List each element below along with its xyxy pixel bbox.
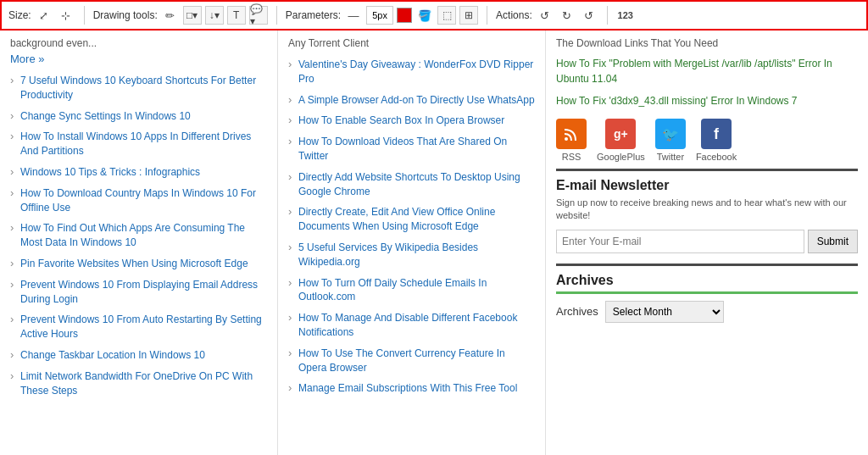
number-icon[interactable]: 123 [616, 6, 635, 25]
mid-link[interactable]: Directly Create, Edit And View Office On… [298, 206, 495, 232]
left-link[interactable]: How To Find Out Which Apps Are Consuming… [20, 222, 245, 248]
list-item: Manage Email Subscriptions With This Fre… [288, 378, 535, 399]
archives-select[interactable]: Select Month January 2023 December 2022 … [605, 301, 724, 323]
list-item: Directly Add Website Shortcuts To Deskto… [288, 167, 535, 203]
mid-link[interactable]: How To Use The Convert Currency Feature … [298, 347, 505, 374]
archives-row: Archives Select Month January 2023 Decem… [556, 301, 858, 323]
newsletter-section: E-mail Newsletter Sign up now to receive… [556, 169, 858, 253]
list-item: Prevent Windows 10 From Displaying Email… [10, 275, 267, 310]
rectangle-tool[interactable]: □▾ [183, 6, 202, 25]
left-link[interactable]: How To Install Windows 10 Apps In Differ… [20, 130, 251, 157]
newsletter-form: Submit [556, 230, 858, 253]
list-item: 5 Useful Services By Wikipedia Besides W… [288, 237, 535, 273]
archives-title-row: Archives [556, 273, 858, 294]
mid-link[interactable]: How To Enable Search Box In Opera Browse… [298, 114, 504, 126]
mid-link[interactable]: How To Manage And Disable Different Face… [298, 312, 517, 338]
size-input[interactable] [366, 6, 393, 25]
archives-title: Archives [556, 273, 614, 287]
list-item: How To Enable Search Box In Opera Browse… [288, 110, 535, 131]
mid-link[interactable]: Directly Add Website Shortcuts To Deskto… [298, 171, 520, 197]
text-tool[interactable]: T [227, 6, 246, 25]
bg-text: background even... [10, 37, 267, 49]
left-column: background even... More » 7 Useful Windo… [0, 31, 278, 455]
left-link[interactable]: Windows 10 Tips & Tricks : Infographics [20, 166, 200, 178]
right-column: The Download Links That You Need How To … [546, 31, 868, 455]
color-picker[interactable] [397, 8, 412, 23]
undo2-icon[interactable]: ↺ [580, 6, 598, 25]
mid-link[interactable]: Valentine's Day Giveaway : WonderFox DVD… [298, 58, 533, 85]
mid-link[interactable]: A Simple Browser Add-on To Directly Use … [298, 94, 535, 106]
parameters-group: Parameters: — 🪣 ⬚ ⊞ [286, 6, 478, 25]
left-link[interactable]: Change Sync Settings In Windows 10 [20, 110, 191, 122]
green-link-2[interactable]: How To Fix 'd3dx9_43.dll missing' Error … [556, 93, 858, 108]
undo-icon[interactable]: ↺ [536, 6, 554, 25]
left-link[interactable]: Prevent Windows 10 From Auto Restarting … [20, 314, 262, 340]
left-link[interactable]: 7 Useful Windows 10 Keyboard Shortcuts F… [20, 75, 256, 101]
list-item: Pin Favorite Websites When Using Microso… [10, 253, 267, 275]
mid-link[interactable]: 5 Useful Services By Wikipedia Besides W… [298, 241, 478, 268]
sep3 [487, 6, 487, 25]
drawing-label: Drawing tools: [93, 9, 158, 21]
list-item: Valentine's Day Giveaway : WonderFox DVD… [288, 54, 535, 90]
crop-icon[interactable]: ⊹ [57, 6, 75, 25]
submit-button[interactable]: Submit [808, 230, 858, 253]
list-item: A Simple Browser Add-on To Directly Use … [288, 90, 535, 111]
mid-list: Valentine's Day Giveaway : WonderFox DVD… [288, 54, 535, 399]
social-icons-row: RSS g+ GooglePlus 🐦 Twitter f Facebook [556, 119, 858, 162]
list-item: How To Manage And Disable Different Face… [288, 308, 535, 343]
fill-icon[interactable]: 🪣 [415, 6, 434, 25]
facebook-icon-block[interactable]: f Facebook [696, 119, 737, 162]
toolbar: Size: ⤢ ⊹ Drawing tools: ✏ □▾ ↓▾ T 💬▾ Pa… [0, 0, 868, 31]
actions-label: Actions: [496, 9, 532, 21]
drawing-group: Drawing tools: ✏ □▾ ↓▾ T 💬▾ [93, 6, 268, 25]
main-content: background even... More » 7 Useful Windo… [0, 31, 868, 455]
sep4 [607, 6, 608, 25]
list-item: Directly Create, Edit And View Office On… [288, 202, 535, 237]
parameters-label: Parameters: [286, 9, 341, 21]
rss-icon-block[interactable]: RSS [556, 119, 587, 162]
left-list: 7 Useful Windows 10 Keyboard Shortcuts F… [10, 70, 267, 401]
left-link[interactable]: How To Download Country Maps In Windows … [20, 187, 256, 214]
mid-link[interactable]: Manage Email Subscriptions With This Fre… [298, 382, 517, 394]
left-link[interactable]: Pin Favorite Websites When Using Microso… [20, 258, 248, 269]
size-label: Size: [8, 9, 31, 21]
list-item: How To Install Windows 10 Apps In Differ… [10, 126, 267, 162]
newsletter-title: E-mail Newsletter [556, 178, 858, 193]
grid-tool[interactable]: ⊞ [459, 6, 478, 25]
more-link[interactable]: More » [10, 53, 267, 65]
archives-section: Archives Archives Select Month January 2… [556, 264, 858, 323]
left-link[interactable]: Change Taskbar Location In Windows 10 [20, 349, 205, 361]
list-item: Change Taskbar Location In Windows 10 [10, 345, 267, 366]
fullscreen-icon[interactable]: ⤢ [35, 6, 53, 25]
bubble-tool[interactable]: 💬▾ [249, 6, 268, 25]
num-group: 123 [616, 6, 635, 25]
twitter-icon: 🐦 [655, 119, 686, 149]
mid-link[interactable]: How To Turn Off Daily Schedule Emails In… [298, 277, 487, 303]
left-link[interactable]: Limit Network Bandwidth For OneDrive On … [20, 370, 253, 397]
twitter-icon-block[interactable]: 🐦 Twitter [655, 119, 686, 162]
list-item: How To Find Out Which Apps Are Consuming… [10, 218, 267, 253]
left-link[interactable]: Prevent Windows 10 From Displaying Email… [20, 279, 258, 305]
facebook-icon: f [701, 119, 732, 149]
googleplus-icon-block[interactable]: g+ GooglePlus [597, 119, 645, 162]
arrow-tool[interactable]: ↓▾ [205, 6, 224, 25]
rss-label: RSS [562, 152, 581, 162]
list-item: How To Use The Convert Currency Feature … [288, 343, 535, 379]
actions-group: Actions: ↺ ↻ ↺ [496, 6, 598, 25]
list-item: Windows 10 Tips & Tricks : Infographics [10, 162, 267, 183]
archives-label: Archives [556, 305, 598, 318]
email-input[interactable] [556, 230, 804, 253]
svg-point-0 [565, 137, 568, 141]
sep1 [84, 6, 85, 25]
redo-icon[interactable]: ↻ [558, 6, 576, 25]
list-item: Prevent Windows 10 From Auto Restarting … [10, 309, 267, 345]
pencil-icon[interactable]: ✏ [161, 6, 180, 25]
list-item: How To Download Videos That Are Shared O… [288, 131, 535, 167]
green-link-1[interactable]: How To Fix "Problem with MergeList /var/… [556, 56, 858, 86]
size-group: Size: ⤢ ⊹ [8, 6, 75, 25]
list-item: Limit Network Bandwidth For OneDrive On … [10, 366, 267, 402]
twitter-label: Twitter [657, 152, 684, 162]
mid-link[interactable]: How To Download Videos That Are Shared O… [298, 136, 507, 162]
googleplus-label: GooglePlus [597, 152, 645, 162]
select-tool[interactable]: ⬚ [437, 6, 456, 25]
